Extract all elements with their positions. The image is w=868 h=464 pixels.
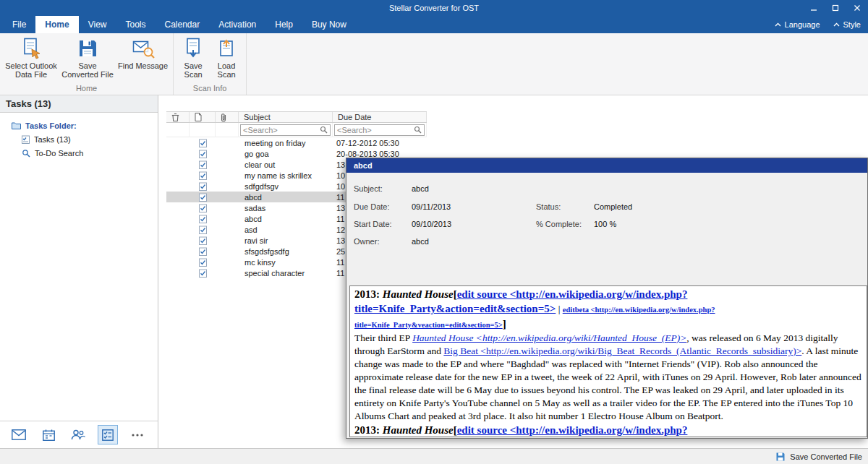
- maximize-button[interactable]: [830, 3, 841, 13]
- popup-field-value: abcd: [412, 184, 429, 193]
- table-header: SubjectDue Date: [166, 111, 427, 123]
- search-icon: [320, 126, 328, 134]
- ribbon-group-label: Scan Info: [176, 84, 243, 95]
- tab-tools[interactable]: Tools: [116, 16, 155, 33]
- task-check-icon: [199, 215, 207, 223]
- attachment-column-icon: [221, 113, 226, 122]
- dock-item-calendar[interactable]: [38, 425, 59, 444]
- mail-icon: [12, 429, 26, 440]
- column-header-subject[interactable]: Subject: [239, 112, 333, 122]
- task-check-icon: [199, 193, 207, 202]
- body-text: . A last minute change was made to the E…: [354, 345, 861, 421]
- body-link[interactable]: edit source <http://en.wikipedia.org/w/i…: [457, 424, 688, 436]
- tab-view[interactable]: View: [79, 16, 116, 33]
- body-link[interactable]: Big Beat <http://en.wikipedia.org/wiki/B…: [443, 345, 801, 356]
- ribbon-button-load-scan[interactable]: Load Scan: [210, 35, 243, 79]
- more-icon: [132, 434, 143, 437]
- chevron-up-icon: [833, 22, 840, 27]
- body-text: ]: [503, 318, 506, 330]
- task-detail-popup: abcd Subject:abcdDue Date:09/11/2013Stat…: [346, 158, 868, 439]
- statusbar: Save Converted File: [0, 448, 868, 464]
- save-scan-icon: [182, 37, 205, 60]
- body-text: Their third EP: [354, 332, 412, 343]
- column-header-document[interactable]: [190, 112, 216, 122]
- column-header-delete[interactable]: [166, 112, 190, 122]
- body-link[interactable]: Haunted House <http://en.wikipedia.org/w…: [412, 332, 686, 343]
- task-subject: sadas: [239, 202, 333, 213]
- ribbon-button-select-outlook-data-file[interactable]: Select Outlook Data File: [3, 35, 59, 79]
- ribbon-button-label: Find Message: [118, 61, 168, 70]
- ribbon-group-home: Select Outlook Data FileSave Converted F…: [0, 33, 174, 95]
- dock-item-more[interactable]: [127, 425, 148, 444]
- task-subject: mc kinsy: [239, 257, 333, 267]
- contacts-icon: [71, 429, 85, 440]
- tab-calendar[interactable]: Calendar: [156, 16, 210, 33]
- popup-body-text[interactable]: 2013: Haunted House[edit source <http://…: [349, 285, 867, 437]
- close-button[interactable]: [852, 3, 862, 13]
- sidebar: Tasks (13) Tasks Folder:Tasks (13)To-Do …: [0, 95, 158, 448]
- minimize-button[interactable]: [809, 3, 819, 13]
- column-header-attachment[interactable]: [216, 112, 239, 122]
- save-file-icon: [775, 452, 786, 462]
- tab-file[interactable]: File: [3, 16, 35, 33]
- body-text: Haunted House: [383, 288, 454, 300]
- task-subject: special character: [239, 267, 333, 278]
- sidebar-item-tasks-folder[interactable]: Tasks Folder:: [0, 119, 158, 132]
- ribbon-button-save-scan[interactable]: Save Scan: [176, 35, 210, 79]
- popup-fields: Subject:abcdDue Date:09/11/2013Status:Co…: [346, 173, 867, 285]
- menu-tabbar: FileHomeViewToolsCalendarActivationHelpB…: [0, 16, 868, 33]
- ribbon-group-label: Home: [3, 84, 170, 95]
- ribbon-button-save-converted-file[interactable]: Save Converted File: [59, 35, 116, 79]
- task-subject: sfsgdsfgsdfg: [239, 246, 333, 257]
- tab-buy-now[interactable]: Buy Now: [302, 16, 356, 33]
- sidebar-item-tasks-13[interactable]: Tasks (13): [0, 132, 158, 146]
- tasks-icon: [102, 429, 114, 441]
- task-subject: clear out: [239, 159, 333, 170]
- sidebar-dock: [0, 421, 158, 448]
- menu-language[interactable]: Language: [775, 20, 820, 29]
- ribbon-button-label: Save Scan: [179, 61, 208, 79]
- column-header-label: Subject: [244, 113, 271, 121]
- popup-titlebar[interactable]: abcd: [346, 158, 867, 173]
- task-subject: ravi sir: [239, 235, 333, 246]
- task-subject: meeting on friday: [239, 137, 333, 148]
- popup-field-label: % Complete:: [536, 220, 582, 228]
- column-header-due-date[interactable]: Due Date: [333, 112, 427, 122]
- popup-field-label: Start Date:: [354, 220, 392, 228]
- task-check-icon: [199, 269, 207, 278]
- tab-activation[interactable]: Activation: [209, 16, 265, 33]
- dock-item-tasks[interactable]: [98, 425, 118, 444]
- task-row[interactable]: meeting on friday07-12-2012 05:30: [166, 137, 427, 148]
- popup-field-value: 09/11/2013: [412, 202, 451, 211]
- window-title: Stellar Converter for OST: [0, 0, 868, 16]
- menu-style[interactable]: Style: [833, 20, 861, 29]
- ribbon-button-find-message[interactable]: Find Message: [116, 35, 170, 70]
- task-check-icon: [199, 204, 207, 212]
- save-converted-file-icon: [76, 37, 99, 60]
- table-search-row: <Search><Search>: [166, 123, 427, 137]
- task-check-icon: [199, 171, 207, 180]
- ribbon-tabs: FileHomeViewToolsCalendarActivationHelpB…: [0, 16, 868, 33]
- window-controls: [809, 0, 862, 16]
- sidebar-item-to-do-search[interactable]: To-Do Search: [0, 146, 158, 160]
- tab-help[interactable]: Help: [265, 16, 302, 33]
- menu-label: Style: [843, 20, 861, 29]
- dock-item-mail[interactable]: [9, 425, 29, 444]
- task-check-icon: [199, 150, 207, 158]
- folder-tree: Tasks Folder:Tasks (13)To-Do Search: [0, 113, 158, 160]
- ribbon-button-label: Load Scan: [212, 61, 241, 79]
- subject-search-input[interactable]: <Search>: [240, 124, 331, 136]
- task-subject: sdfgdfsgv: [239, 181, 333, 192]
- save-converted-file-status[interactable]: Save Converted File: [775, 449, 862, 464]
- tab-home[interactable]: Home: [35, 16, 78, 33]
- popup-field-value: 100 %: [594, 220, 616, 228]
- tree-item-label: To-Do Search: [35, 149, 83, 158]
- column-header-label: Due Date: [338, 113, 371, 121]
- due-date-search-input[interactable]: <Search>: [334, 124, 425, 136]
- todo-search-icon: [22, 149, 30, 158]
- tasklist-icon: [22, 135, 30, 144]
- search-placeholder: <Search>: [337, 126, 372, 134]
- task-subject: abcd: [239, 192, 333, 202]
- popup-field-value: 09/10/2013: [412, 220, 451, 228]
- dock-item-contacts[interactable]: [68, 425, 88, 444]
